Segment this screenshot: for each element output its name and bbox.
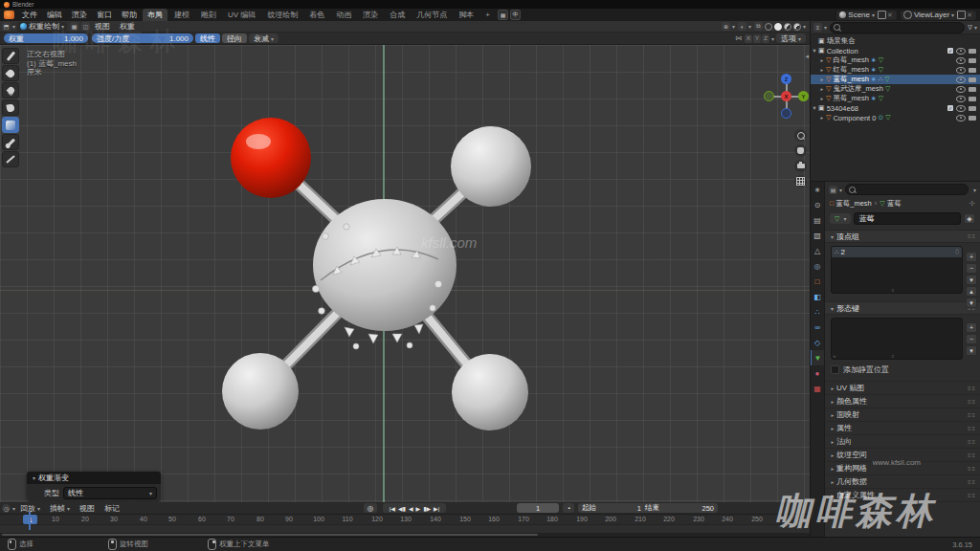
region-collapse-arrow[interactable]: ◂	[805, 53, 809, 60]
camera-view-icon[interactable]	[794, 160, 807, 172]
tool-annotate-button[interactable]	[2, 151, 19, 167]
tab-particles-icon[interactable]: ∴	[811, 304, 824, 320]
eye-icon[interactable]	[956, 77, 966, 83]
vertex-groups-list[interactable]: ∴ 2 ⬯ ≡	[831, 246, 963, 294]
tab-world-icon[interactable]: ◎	[811, 258, 824, 274]
jump-start-button[interactable]: |◀	[390, 505, 395, 512]
next-keyframe-button[interactable]: ▮▶	[423, 505, 431, 512]
shape-keys-list[interactable]: ▸ ≡	[831, 318, 963, 360]
timeline-editor-icon[interactable]: ◷	[2, 504, 11, 513]
camera-icon[interactable]	[969, 49, 976, 54]
weight-slider[interactable]: 权重1.000	[4, 33, 88, 43]
mode-selector[interactable]: 权重绘制▾	[17, 22, 67, 32]
gizmo-y-neg-axis[interactable]	[764, 91, 774, 101]
jump-end-button[interactable]: ▶|	[434, 505, 439, 512]
use-preview-range-icon[interactable]: ◔	[563, 503, 574, 513]
eye-icon[interactable]	[956, 67, 966, 74]
shading-solid-icon[interactable]	[774, 23, 782, 31]
lock-icon[interactable]: ⬯	[955, 249, 959, 255]
menu-edit[interactable]: 编辑	[42, 10, 67, 20]
current-frame-field[interactable]: 1	[517, 503, 559, 513]
workspace-tab-compositing[interactable]: 合成	[385, 9, 410, 21]
workspace-tab-scripting[interactable]: 脚本	[454, 9, 479, 21]
section-geometry-data[interactable]: ▸几何数据≡≡	[825, 475, 980, 489]
tool-smear-button[interactable]	[2, 99, 19, 116]
eye-icon[interactable]	[956, 105, 966, 112]
move-down-button[interactable]: ▾	[966, 298, 977, 308]
menu-render[interactable]: 渲染	[67, 10, 92, 20]
camera-icon[interactable]	[969, 106, 976, 111]
breadcrumb-data[interactable]: 蓝莓	[887, 199, 902, 209]
tool-blur-button[interactable]	[2, 65, 19, 81]
vertex-group-specials-button[interactable]: ▾	[966, 275, 977, 285]
outliner-row-component0[interactable]: ▸▽ Component 0 ⊙▽	[811, 113, 980, 122]
tab-tool-icon[interactable]: ∗	[811, 182, 824, 197]
gizmo-z-neg-axis[interactable]	[781, 108, 791, 119]
workspace-tab-animation[interactable]: 动画	[331, 9, 356, 21]
workspace-tab-geonodes[interactable]: 几何节点	[412, 9, 452, 21]
keying-menu[interactable]: 插帧▾	[45, 503, 75, 514]
collection-checkbox[interactable]: ✓	[947, 105, 953, 111]
workspace-tab-layout[interactable]: 布局	[143, 9, 167, 21]
tab-viewlayer-icon[interactable]: ▧	[811, 228, 824, 243]
workspace-tab-modeling[interactable]: 建模	[169, 9, 194, 21]
new-viewlayer-icon[interactable]	[957, 11, 966, 19]
outliner-row-collection-53404e68[interactable]: ▼▣ 53404e68 ✓	[811, 103, 980, 113]
current-frame-marker[interactable]: 1	[23, 515, 37, 524]
properties-options-icon[interactable]: ▾	[973, 187, 976, 193]
expander-icon[interactable]: ▸	[818, 86, 826, 92]
fake-user-shield-icon[interactable]: ◈	[964, 213, 975, 224]
editor-type-icon[interactable]: ⬒	[2, 22, 11, 31]
zoom-tool-icon[interactable]	[794, 129, 807, 142]
remove-viewlayer-icon[interactable]: ✕	[966, 11, 973, 19]
mirror-z-toggle[interactable]: Z	[762, 34, 769, 43]
shading-rendered-icon[interactable]	[793, 23, 801, 31]
gradient-type-dropdown[interactable]: 线性▾	[63, 487, 157, 499]
tab-material-icon[interactable]: ●	[811, 365, 824, 381]
viewlayer-selector[interactable]: ViewLayer▾ ✕	[900, 10, 977, 21]
prev-keyframe-button[interactable]: ◀▮	[398, 505, 406, 512]
gradient-type-radial-button[interactable]: 径向	[222, 33, 247, 43]
workspace-tab-shading[interactable]: 着色	[304, 9, 329, 21]
gizmo-y-axis[interactable]: Y	[798, 91, 809, 101]
filter-funnel-icon[interactable]: ∇	[968, 24, 972, 32]
options-popover-button[interactable]: 选项▾	[776, 33, 806, 43]
section-attributes[interactable]: ▸属性≡≡	[825, 422, 980, 435]
outliner-row-black-mesh[interactable]: ▸▽ 黑莓_mesh ∗▽	[811, 94, 980, 103]
camera-icon[interactable]	[969, 68, 976, 73]
view-menu[interactable]: 视图	[90, 21, 115, 32]
tab-texture-icon[interactable]: ▦	[811, 381, 824, 396]
xray-toggle-icon[interactable]: ⧉	[754, 22, 763, 31]
panel-menu-icon[interactable]: ≡≡	[968, 233, 976, 239]
gizmo-z-axis[interactable]: Z	[781, 74, 791, 84]
tab-object-data-icon[interactable]: ▼	[811, 350, 824, 365]
gradient-type-linear-button[interactable]: 线性	[195, 33, 220, 43]
workspace-tab-rendering[interactable]: 渲染	[358, 9, 383, 21]
ortho-perspective-toggle-icon[interactable]	[794, 175, 807, 187]
menu-file[interactable]: 文件	[17, 10, 42, 20]
workspace-tab-sculpting[interactable]: 雕刻	[196, 9, 221, 21]
frame-start-field[interactable]: 起始1	[578, 503, 645, 513]
mesh-name-field[interactable]: 蓝莓	[854, 212, 961, 225]
outliner-row-collection[interactable]: ▼▣ Collection ✓	[811, 46, 980, 55]
vertex-mask-toggle-icon[interactable]: ▦	[70, 22, 78, 31]
eye-icon[interactable]	[956, 57, 966, 64]
section-color-attributes[interactable]: ▸颜色属性≡≡	[825, 395, 980, 408]
menu-help[interactable]: 帮助	[117, 10, 142, 20]
section-custom-properties[interactable]: ▸自定义属性≡≡	[825, 489, 980, 502]
playhead[interactable]	[29, 512, 31, 530]
section-texture-space[interactable]: ▸纹理空间≡≡	[825, 449, 980, 462]
tab-render-icon[interactable]: ⊙	[811, 197, 824, 212]
new-scene-icon[interactable]	[878, 11, 886, 19]
add-shape-key-button[interactable]: +	[966, 322, 977, 333]
expander-icon[interactable]: ▼	[811, 48, 818, 54]
vertex-groups-header[interactable]: ▾顶点组 ≡≡	[825, 230, 980, 243]
remove-shape-key-button[interactable]: −	[966, 334, 977, 344]
add-workspace-button[interactable]: +	[480, 10, 495, 20]
unlink-scene-icon[interactable]: ✕	[886, 11, 894, 19]
section-uv-maps[interactable]: ▸UV 贴图≡≡	[825, 381, 980, 395]
properties-filter-icon[interactable]: ▤	[829, 186, 837, 194]
camera-icon[interactable]	[969, 77, 976, 82]
breadcrumb-object[interactable]: 蓝莓_mesh	[835, 199, 872, 209]
vertex-group-row[interactable]: ∴ 2 ⬯	[832, 247, 962, 257]
